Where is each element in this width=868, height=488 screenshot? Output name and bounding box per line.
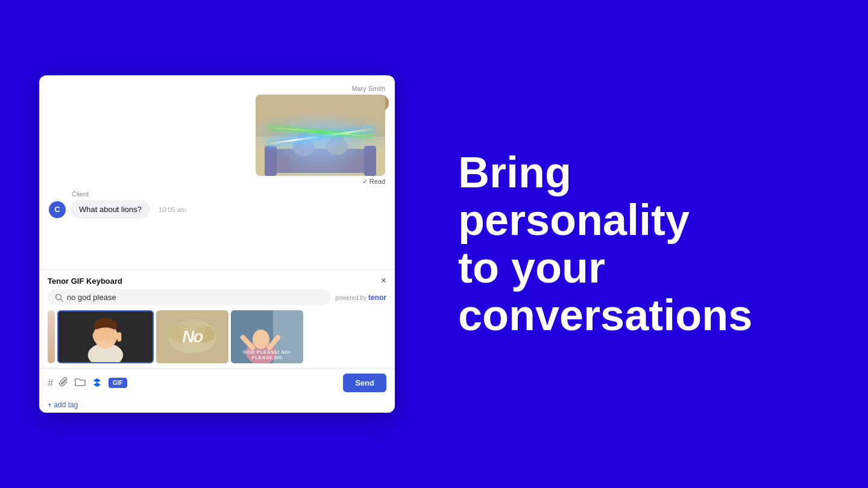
svg-rect-28 bbox=[118, 332, 122, 342]
gif-search-box[interactable] bbox=[48, 289, 330, 305]
tagline-line4: conversations bbox=[458, 292, 752, 339]
send-button[interactable]: Send bbox=[343, 374, 386, 392]
close-button[interactable]: × bbox=[381, 276, 386, 286]
svg-rect-26 bbox=[105, 328, 110, 341]
incoming-avatar: C bbox=[49, 201, 66, 218]
svg-rect-27 bbox=[112, 330, 116, 342]
no-gif-text: No bbox=[182, 327, 202, 346]
incoming-row: C What about lions? 10:05 am bbox=[49, 200, 186, 219]
gif-search-row: powered by tenor bbox=[39, 289, 395, 310]
gif-search-input[interactable] bbox=[67, 293, 323, 302]
gif-keyboard-header: Tenor GIF Keyboard × bbox=[39, 270, 395, 289]
no-text-overlay: No bbox=[156, 310, 228, 363]
incoming-bubble: What about lions? bbox=[71, 200, 150, 219]
gif-button[interactable]: GIF bbox=[108, 378, 127, 388]
paperclip-icon bbox=[59, 377, 69, 387]
facepalm-gif-svg bbox=[58, 310, 153, 363]
incoming-message: Client C What about lions? 10:05 am bbox=[49, 190, 385, 219]
add-tag-link[interactable]: + add tag bbox=[39, 397, 395, 413]
tagline-line1: Bring bbox=[458, 149, 752, 196]
gif-item-2[interactable] bbox=[57, 310, 154, 363]
gif-item-3[interactable]: No bbox=[156, 310, 228, 363]
gif-item-4[interactable]: GOD PLEASE! NO! PLEASE NO bbox=[231, 310, 303, 363]
left-panel: Mary Smith bbox=[0, 0, 434, 488]
chat-toolbar: # bbox=[39, 368, 395, 397]
gif-item-1[interactable] bbox=[48, 310, 55, 363]
right-panel: Bring personality to your conversations bbox=[434, 0, 868, 488]
svg-point-37 bbox=[253, 330, 269, 349]
cat-gif-image bbox=[256, 95, 385, 176]
gif-item-3-inner: No bbox=[156, 310, 228, 363]
folder-icon[interactable] bbox=[75, 377, 86, 389]
message-timestamp: 10:05 am bbox=[159, 206, 186, 213]
powered-by-label: powered by bbox=[335, 295, 366, 301]
read-status: ✓ Read bbox=[362, 178, 385, 186]
gif-keyboard: Tenor GIF Keyboard × powered by tenor bbox=[39, 269, 395, 413]
attachment-icon[interactable] bbox=[59, 377, 69, 389]
hashtag-icon[interactable]: # bbox=[48, 378, 53, 389]
gif-item-4-inner: GOD PLEASE! NO! PLEASE NO bbox=[231, 310, 303, 363]
svg-rect-25 bbox=[99, 328, 104, 341]
folder-icon-svg bbox=[75, 377, 86, 387]
gif-item-2-inner bbox=[58, 311, 153, 362]
dropbox-icon-svg bbox=[92, 377, 102, 387]
outgoing-sender-name: Mary Smith bbox=[351, 85, 385, 92]
tagline: Bring personality to your conversations bbox=[458, 149, 752, 340]
chat-window: Mary Smith bbox=[39, 75, 395, 413]
messages-area: Mary Smith bbox=[39, 75, 395, 269]
svg-rect-24 bbox=[94, 331, 99, 342]
dropbox-icon[interactable] bbox=[92, 376, 102, 390]
svg-line-17 bbox=[61, 299, 63, 301]
search-icon bbox=[55, 293, 63, 302]
outgoing-message: Mary Smith bbox=[49, 85, 385, 186]
gif-grid: No bbox=[39, 310, 395, 368]
tenor-powered-badge: powered by tenor bbox=[335, 293, 386, 302]
outgoing-wrapper bbox=[256, 95, 385, 176]
tagline-line3: to your bbox=[458, 244, 752, 292]
svg-marker-40 bbox=[93, 378, 101, 387]
incoming-sender-label: Client bbox=[72, 190, 89, 198]
tagline-line2: personality bbox=[458, 196, 752, 244]
gif-keyboard-title: Tenor GIF Keyboard bbox=[48, 277, 122, 286]
toolbar-left: # bbox=[48, 376, 127, 390]
gif4-caption: GOD PLEASE! NO! PLEASE NO bbox=[233, 349, 301, 361]
tenor-brand-label: tenor bbox=[368, 293, 386, 302]
